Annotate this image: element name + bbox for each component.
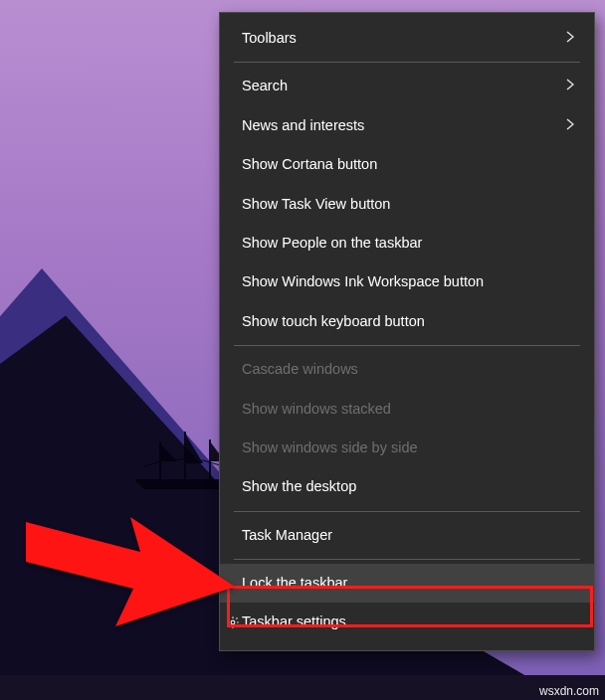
menu-label: Task Manager (242, 527, 332, 544)
menu-label: Show Cortana button (242, 156, 377, 173)
menu-item-news-interests[interactable]: News and interests (220, 106, 594, 145)
watermark-text: wsxdn.com (539, 684, 599, 698)
menu-item-windows-side-by-side: Show windows side by side (220, 429, 594, 467)
menu-separator (234, 62, 580, 63)
menu-item-windows-stacked: Show windows stacked (220, 390, 594, 429)
menu-label: Show the desktop (242, 478, 356, 495)
chevron-right-icon (566, 30, 574, 47)
menu-label: Cascade windows (242, 361, 358, 378)
menu-label: Show People on the taskbar (242, 235, 422, 252)
menu-item-task-manager[interactable]: Task Manager (220, 516, 594, 555)
menu-label: Show windows stacked (242, 401, 391, 418)
svg-marker-4 (26, 517, 235, 626)
menu-item-toolbars[interactable]: Toolbars (220, 19, 594, 58)
menu-item-show-ink[interactable]: Show Windows Ink Workspace button (220, 262, 594, 301)
menu-item-show-people[interactable]: Show People on the taskbar (220, 224, 594, 262)
menu-item-cascade-windows: Cascade windows (220, 350, 594, 389)
menu-item-search[interactable]: Search (220, 67, 594, 105)
chevron-right-icon (566, 117, 574, 134)
menu-label: Show touch keyboard button (242, 313, 425, 330)
menu-item-show-desktop[interactable]: Show the desktop (220, 467, 594, 506)
annotation-arrow (26, 487, 235, 626)
menu-item-show-touch-keyboard[interactable]: Show touch keyboard button (220, 302, 594, 341)
menu-separator (234, 559, 580, 560)
menu-label: News and interests (242, 117, 364, 134)
taskbar-context-menu: Toolbars Search News and interests Show … (219, 12, 595, 651)
menu-separator (234, 511, 580, 512)
menu-label: Taskbar settings (242, 613, 346, 630)
menu-item-show-cortana[interactable]: Show Cortana button (220, 145, 594, 184)
menu-item-show-taskview[interactable]: Show Task View button (220, 185, 594, 224)
menu-label: Show Task View button (242, 196, 390, 213)
chevron-right-icon (566, 78, 574, 94)
menu-label: Show Windows Ink Workspace button (242, 273, 484, 290)
menu-item-taskbar-settings[interactable]: Taskbar settings (220, 603, 594, 641)
menu-label: Toolbars (242, 30, 297, 47)
taskbar[interactable] (0, 675, 605, 700)
menu-separator (234, 345, 580, 346)
menu-label: Search (242, 78, 288, 94)
menu-label: Show windows side by side (242, 439, 418, 456)
menu-item-lock-taskbar[interactable]: Lock the taskbar (220, 564, 594, 603)
menu-label: Lock the taskbar (242, 575, 347, 592)
